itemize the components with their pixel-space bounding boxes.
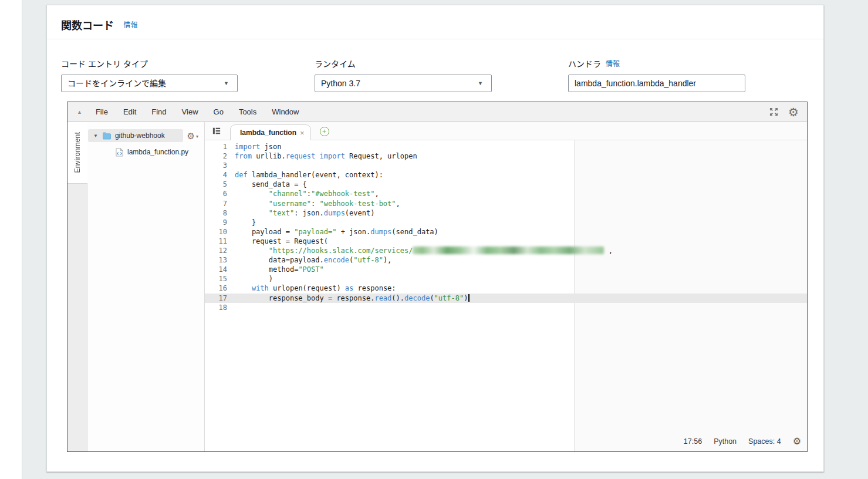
line-number[interactable]: 11	[205, 237, 232, 246]
handler-field: ハンドラ情報	[568, 58, 745, 92]
editor-menu-bar: ▲ FileEditFindViewGoToolsWindow ⚙	[67, 102, 807, 122]
syntax-mode[interactable]: Python	[714, 437, 737, 446]
line-number[interactable]: 14	[205, 265, 232, 274]
handler-input[interactable]	[568, 75, 745, 92]
tree-gear-icon: ⚙	[187, 131, 195, 141]
code-line-text	[232, 161, 235, 170]
python-file-icon	[116, 148, 123, 157]
environment-strip-filler	[67, 183, 87, 451]
code-line[interactable]: 15 )	[205, 274, 807, 284]
fullscreen-icon[interactable]	[769, 107, 778, 116]
tree-folder-row: ▼ github-webhook ⚙ ▾	[87, 129, 204, 143]
line-number[interactable]: 4	[205, 170, 232, 180]
handler-label: ハンドラ情報	[568, 58, 745, 69]
code-line[interactable]: 14 method="POST"	[205, 265, 807, 274]
code-line[interactable]: 7 "username": "webhook-test-bot",	[205, 199, 807, 208]
line-number[interactable]: 8	[205, 208, 232, 218]
code-line[interactable]: 18	[205, 303, 807, 312]
code-line-text: method="POST"	[232, 265, 324, 274]
cursor-position[interactable]: 17:56	[684, 437, 702, 446]
code-line[interactable]: 4def lambda_handler(event, context):	[205, 170, 807, 180]
runtime-label: ランタイム	[315, 58, 492, 69]
code-pane: lambda_function × + 1import json2from ur…	[205, 122, 807, 451]
text-cursor	[468, 294, 470, 302]
code-line[interactable]: 16 with urlopen(request) as response:	[205, 284, 807, 293]
code-line-text: }	[232, 218, 256, 227]
environment-tab-label: Environment	[73, 132, 82, 173]
menu-item-go[interactable]: Go	[206, 107, 231, 116]
line-number[interactable]: 3	[205, 161, 232, 170]
line-number[interactable]: 16	[205, 284, 232, 293]
tab-lambda-function[interactable]: lambda_function ×	[230, 124, 311, 140]
menu-item-file[interactable]: File	[88, 107, 116, 116]
runtime-select[interactable]: Python 3.7 ▼	[315, 75, 492, 92]
runtime-value: Python 3.7	[321, 75, 360, 92]
line-number[interactable]: 13	[205, 255, 232, 265]
code-line[interactable]: 3	[205, 161, 807, 170]
editor-tab-bar: lambda_function × +	[205, 122, 807, 140]
line-number[interactable]: 1	[205, 142, 232, 151]
code-line[interactable]: 10 payload = "payload=" + json.dumps(sen…	[205, 227, 807, 237]
code-content: 1import json2from urllib.request import …	[205, 142, 807, 312]
code-line[interactable]: 12 "https://hooks.slack.com/services/ ,	[205, 246, 807, 255]
code-line-text: def lambda_handler(event, context):	[232, 170, 383, 180]
indent-setting[interactable]: Spaces: 4	[748, 437, 781, 446]
environment-tab[interactable]: Environment	[67, 122, 87, 183]
line-number[interactable]: 10	[205, 227, 232, 237]
tab-list-icon[interactable]	[212, 127, 221, 135]
code-line-text: "text": json.dumps(event)	[232, 208, 374, 218]
menu-item-edit[interactable]: Edit	[116, 107, 144, 116]
code-line[interactable]: 5 send_data = {	[205, 180, 807, 189]
line-number[interactable]: 9	[205, 218, 232, 227]
code-line-text: import json	[232, 142, 281, 151]
tree-file-label: lambda_function.py	[127, 148, 188, 156]
editor-settings-gear-icon[interactable]: ⚙	[788, 105, 799, 119]
handler-info-link[interactable]: 情報	[606, 58, 620, 68]
line-number[interactable]: 5	[205, 180, 232, 189]
menu-item-find[interactable]: Find	[144, 107, 174, 116]
tree-settings-button[interactable]: ⚙ ▾	[187, 131, 198, 141]
code-entry-select[interactable]: コードをインラインで編集 ▼	[61, 75, 238, 92]
chevron-down-icon: ▼	[478, 75, 483, 92]
code-entry-value: コードをインラインで編集	[67, 75, 166, 92]
folder-icon	[102, 132, 112, 140]
tab-close-icon[interactable]: ×	[300, 129, 305, 137]
code-entry-label: コード エントリ タイプ	[61, 58, 238, 69]
code-line-text: from urllib.request import Request, urlo…	[232, 151, 417, 161]
code-line[interactable]: 8 "text": json.dumps(event)	[205, 208, 807, 218]
code-line[interactable]: 11 request = Request(	[205, 237, 807, 246]
code-line-text: data=payload.encode("utf-8"),	[232, 255, 391, 265]
line-number[interactable]: 2	[205, 151, 232, 161]
tree-file-lambda-function[interactable]: lambda_function.py	[116, 146, 204, 158]
line-number[interactable]: 6	[205, 189, 232, 198]
line-number[interactable]: 18	[205, 303, 232, 312]
code-line[interactable]: 17 response_body = response.read().decod…	[205, 294, 807, 303]
runtime-field: ランタイム Python 3.7 ▼	[315, 58, 492, 92]
line-number[interactable]: 15	[205, 274, 232, 284]
new-tab-button[interactable]: +	[320, 127, 329, 136]
status-gear-icon[interactable]: ⚙	[793, 436, 801, 447]
line-number[interactable]: 7	[205, 199, 232, 208]
code-line-text	[232, 303, 235, 312]
code-line[interactable]: 1import json	[205, 142, 807, 151]
menu-item-tools[interactable]: Tools	[231, 107, 264, 116]
code-line-text: "https://hooks.slack.com/services/ ,	[232, 246, 613, 255]
code-line[interactable]: 2from urllib.request import Request, url…	[205, 151, 807, 161]
tree-folder-github-webhook[interactable]: ▼ github-webhook	[88, 129, 183, 142]
code-line-text: )	[232, 274, 273, 284]
code-line[interactable]: 9 }	[205, 218, 807, 227]
caret-down-icon: ▾	[196, 134, 198, 139]
code-line[interactable]: 13 data=payload.encode("utf-8"),	[205, 255, 807, 265]
menu-item-window[interactable]: Window	[264, 107, 306, 116]
folder-disclosure-icon[interactable]: ▼	[93, 133, 98, 139]
collapse-editor-icon[interactable]: ▲	[77, 109, 82, 115]
line-number[interactable]: 17	[205, 294, 232, 303]
file-tree: ▼ github-webhook ⚙ ▾	[87, 122, 205, 451]
code-line-text: send_data = {	[232, 180, 307, 189]
code-scroll-area[interactable]: 1import json2from urllib.request import …	[205, 140, 807, 451]
panel-info-link[interactable]: 情報	[123, 19, 137, 29]
code-line-text: response_body = response.read().decode("…	[232, 294, 470, 303]
line-number[interactable]: 12	[205, 246, 232, 255]
menu-item-view[interactable]: View	[174, 107, 206, 116]
code-line[interactable]: 6 "channel":"#webhook-test",	[205, 189, 807, 198]
